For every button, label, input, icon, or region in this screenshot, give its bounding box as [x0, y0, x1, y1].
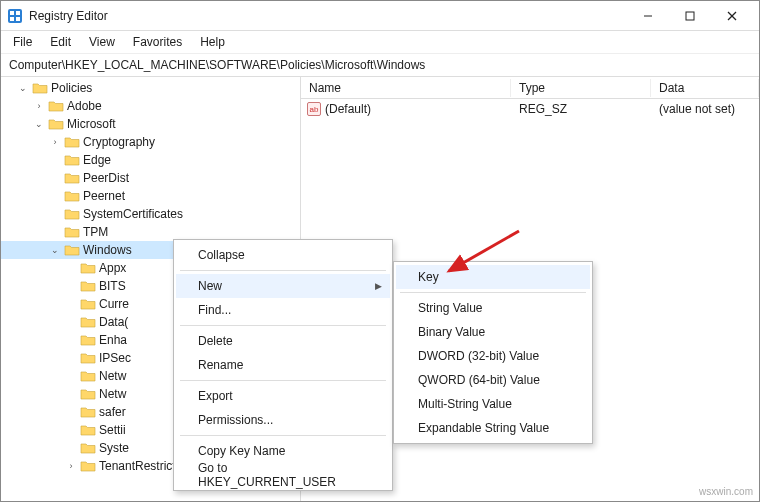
maximize-button[interactable] [669, 2, 711, 30]
address-bar[interactable]: Computer\HKEY_LOCAL_MACHINE\SOFTWARE\Pol… [1, 53, 759, 77]
col-header-type[interactable]: Type [511, 79, 651, 97]
window-title: Registry Editor [29, 9, 108, 23]
folder-icon [80, 333, 96, 347]
list-row[interactable]: ab (Default) REG_SZ (value not set) [301, 99, 759, 119]
ctx-permissions[interactable]: Permissions... [176, 408, 390, 432]
ctx-new-multi-string[interactable]: Multi-String Value [396, 392, 590, 416]
col-header-name[interactable]: Name [301, 79, 511, 97]
tree-item[interactable]: SystemCertificates [1, 205, 300, 223]
expand-icon[interactable]: ⌄ [33, 119, 45, 129]
menu-favorites[interactable]: Favorites [125, 33, 190, 51]
tree-label: Edge [83, 153, 111, 167]
context-submenu-new: Key String Value Binary Value DWORD (32-… [393, 261, 593, 444]
ctx-new-qword[interactable]: QWORD (64-bit) Value [396, 368, 590, 392]
ctx-new-dword[interactable]: DWORD (32-bit) Value [396, 344, 590, 368]
ctx-find[interactable]: Find... [176, 298, 390, 322]
menu-bar: File Edit View Favorites Help [1, 31, 759, 53]
tree-item[interactable]: ›Cryptography [1, 133, 300, 151]
title-bar: Registry Editor [1, 1, 759, 31]
ctx-new-binary[interactable]: Binary Value [396, 320, 590, 344]
svg-rect-3 [10, 17, 14, 21]
folder-icon [64, 207, 80, 221]
menu-file[interactable]: File [5, 33, 40, 51]
separator [180, 435, 386, 436]
tree-label: Windows [83, 243, 132, 257]
tree-item[interactable]: ⌄Policies [1, 79, 300, 97]
separator [180, 325, 386, 326]
ctx-export[interactable]: Export [176, 384, 390, 408]
minimize-button[interactable] [627, 2, 669, 30]
folder-icon [80, 261, 96, 275]
ctx-copy-key-name[interactable]: Copy Key Name [176, 439, 390, 463]
expand-icon[interactable]: ⌄ [49, 245, 61, 255]
value-data: (value not set) [651, 102, 759, 116]
tree-label: Microsoft [67, 117, 116, 131]
app-icon [7, 8, 23, 24]
ctx-new-expand-string[interactable]: Expandable String Value [396, 416, 590, 440]
string-value-icon: ab [307, 102, 321, 116]
folder-icon [80, 279, 96, 293]
folder-icon [80, 423, 96, 437]
tree-label: SystemCertificates [83, 207, 183, 221]
tree-label: Policies [51, 81, 92, 95]
collapse-icon[interactable]: › [65, 461, 77, 471]
svg-rect-2 [16, 11, 20, 15]
tree-label: Syste [99, 441, 129, 455]
tree-label: IPSec [99, 351, 131, 365]
window-controls [627, 2, 753, 30]
folder-icon [80, 459, 96, 473]
folder-icon [64, 225, 80, 239]
tree-item[interactable]: PeerDist [1, 169, 300, 187]
watermark: wsxwin.com [699, 486, 753, 497]
menu-help[interactable]: Help [192, 33, 233, 51]
tree-label: Data( [99, 315, 128, 329]
ctx-new-key[interactable]: Key [396, 265, 590, 289]
ctx-delete[interactable]: Delete [176, 329, 390, 353]
folder-icon [80, 351, 96, 365]
tree-label: Peernet [83, 189, 125, 203]
collapse-icon[interactable]: › [33, 101, 45, 111]
svg-rect-4 [16, 17, 20, 21]
folder-icon [80, 369, 96, 383]
tree-label: TPM [83, 225, 108, 239]
folder-icon [80, 297, 96, 311]
tree-item[interactable]: ›Adobe [1, 97, 300, 115]
folder-icon [64, 243, 80, 257]
ctx-goto-hkcu[interactable]: Go to HKEY_CURRENT_USER [176, 463, 390, 487]
tree-label: Settii [99, 423, 126, 437]
folder-icon [48, 117, 64, 131]
folder-icon [80, 405, 96, 419]
collapse-icon[interactable]: › [49, 137, 61, 147]
folder-icon [64, 135, 80, 149]
folder-icon [64, 189, 80, 203]
menu-edit[interactable]: Edit [42, 33, 79, 51]
tree-label: BITS [99, 279, 126, 293]
tree-item[interactable]: Edge [1, 151, 300, 169]
tree-label: Enha [99, 333, 127, 347]
svg-rect-1 [10, 11, 14, 15]
ctx-new-string[interactable]: String Value [396, 296, 590, 320]
separator [180, 380, 386, 381]
folder-icon [64, 171, 80, 185]
value-name: (Default) [325, 102, 371, 116]
menu-view[interactable]: View [81, 33, 123, 51]
value-type: REG_SZ [511, 102, 651, 116]
separator [400, 292, 586, 293]
tree-item[interactable]: ⌄Microsoft [1, 115, 300, 133]
ctx-new[interactable]: New▶ [176, 274, 390, 298]
close-button[interactable] [711, 2, 753, 30]
tree-label: safer [99, 405, 126, 419]
list-header: Name Type Data [301, 77, 759, 99]
tree-label: Curre [99, 297, 129, 311]
address-path: Computer\HKEY_LOCAL_MACHINE\SOFTWARE\Pol… [9, 58, 425, 72]
expand-icon[interactable]: ⌄ [17, 83, 29, 93]
context-menu: Collapse New▶ Find... Delete Rename Expo… [173, 239, 393, 491]
tree-label: PeerDist [83, 171, 129, 185]
ctx-rename[interactable]: Rename [176, 353, 390, 377]
tree-label: Netw [99, 369, 126, 383]
folder-icon [80, 387, 96, 401]
col-header-data[interactable]: Data [651, 79, 759, 97]
ctx-collapse[interactable]: Collapse [176, 243, 390, 267]
tree-item[interactable]: Peernet [1, 187, 300, 205]
folder-icon [48, 99, 64, 113]
